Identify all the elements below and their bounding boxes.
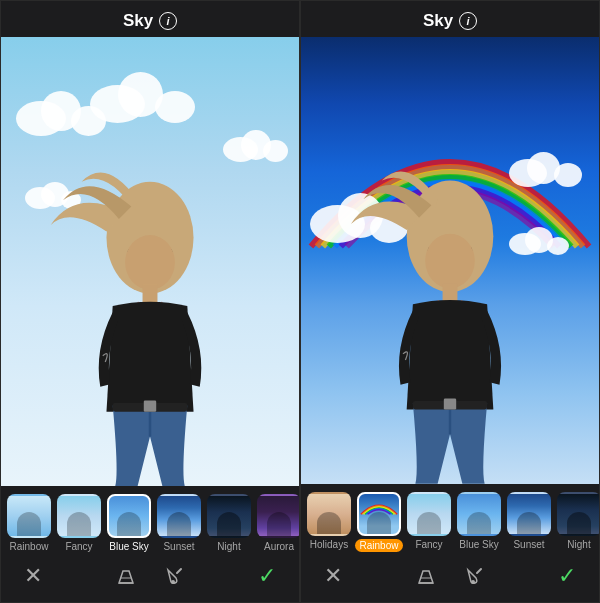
svg-line-12	[177, 569, 181, 573]
left-thumb-fancy[interactable]	[57, 494, 101, 538]
right-title: Sky	[423, 11, 453, 31]
right-filter-scroll: Holidays	[301, 492, 599, 552]
right-panel: Sky i	[300, 0, 600, 603]
right-label-sunset: Sunset	[513, 539, 544, 550]
right-label-holidays: Holidays	[310, 539, 348, 550]
right-tool-group	[410, 560, 490, 592]
left-label-aurora: Aurora	[264, 541, 294, 552]
left-thumb-bluesky[interactable]	[107, 494, 151, 538]
right-filter-holidays[interactable]: Holidays	[307, 492, 351, 552]
svg-rect-8	[144, 400, 156, 411]
cloud-group-l2	[223, 127, 293, 162]
right-filter-fancy[interactable]: Fancy	[407, 492, 451, 552]
left-label-sunset: Sunset	[163, 541, 194, 552]
right-filter-rainbow[interactable]: Rainbow	[357, 492, 401, 552]
right-filter-sunset[interactable]: Sunset	[507, 492, 551, 552]
left-filter-fancy[interactable]: Fancy	[57, 494, 101, 552]
svg-point-4	[125, 235, 175, 290]
left-cancel-button[interactable]: ✕	[17, 560, 49, 592]
right-thumb-sunset[interactable]	[507, 492, 551, 536]
right-header: Sky i	[301, 1, 599, 37]
left-action-bar: ✕	[1, 552, 299, 598]
left-filter-rainbow[interactable]: Rainbow	[7, 494, 51, 552]
left-thumb-rainbow[interactable]	[7, 494, 51, 538]
svg-rect-22	[444, 399, 456, 410]
left-filter-bluesky[interactable]: Blue Sky	[107, 494, 151, 552]
right-brush-button[interactable]	[458, 560, 490, 592]
right-bottom-bar: Holidays	[301, 484, 599, 602]
svg-line-26	[477, 569, 481, 573]
left-info-icon[interactable]: i	[159, 12, 177, 30]
svg-point-25	[471, 580, 475, 584]
left-header: Sky i	[1, 1, 299, 37]
right-label-rainbow: Rainbow	[355, 539, 404, 552]
right-confirm-button[interactable]: ✓	[551, 560, 583, 592]
right-thumb-fancy[interactable]	[407, 492, 451, 536]
right-eraser-button[interactable]	[410, 560, 442, 592]
right-cancel-button[interactable]: ✕	[317, 560, 349, 592]
left-panel: Sky i	[0, 0, 300, 603]
left-bottom-bar: Rainbow Fancy Bl	[1, 486, 299, 602]
left-label-bluesky: Blue Sky	[109, 541, 148, 552]
left-photo-area	[1, 37, 299, 486]
right-filter-bluesky[interactable]: Blue Sky	[457, 492, 501, 552]
app-container: Sky i	[0, 0, 600, 603]
left-thumb-aurora[interactable]	[257, 494, 299, 538]
left-thumb-sunset[interactable]	[157, 494, 201, 538]
svg-point-11	[171, 580, 175, 584]
left-person	[1, 163, 299, 486]
right-info-icon[interactable]: i	[459, 12, 477, 30]
right-label-bluesky: Blue Sky	[459, 539, 498, 550]
right-action-bar: ✕	[301, 552, 599, 598]
right-filter-night[interactable]: Night	[557, 492, 599, 552]
left-eraser-button[interactable]	[110, 560, 142, 592]
svg-point-18	[425, 234, 475, 288]
left-filter-sunset[interactable]: Sunset	[157, 494, 201, 552]
left-filter-night[interactable]: Night	[207, 494, 251, 552]
left-thumb-night[interactable]	[207, 494, 251, 538]
right-person	[301, 162, 599, 484]
left-label-fancy: Fancy	[65, 541, 92, 552]
left-title: Sky	[123, 11, 153, 31]
left-filter-aurora[interactable]: Aurora	[257, 494, 299, 552]
left-label-night: Night	[217, 541, 240, 552]
cloud-group-l4	[90, 73, 190, 123]
left-tool-group	[110, 560, 190, 592]
left-label-rainbow: Rainbow	[10, 541, 49, 552]
left-brush-button[interactable]	[158, 560, 190, 592]
right-thumb-holidays[interactable]	[307, 492, 351, 536]
right-thumb-rainbow[interactable]	[357, 492, 401, 536]
right-thumb-night[interactable]	[557, 492, 599, 536]
left-confirm-button[interactable]: ✓	[251, 560, 283, 592]
right-label-night: Night	[567, 539, 590, 550]
right-thumb-bluesky[interactable]	[457, 492, 501, 536]
right-photo-area	[301, 37, 599, 484]
right-label-fancy: Fancy	[415, 539, 442, 550]
left-filter-scroll: Rainbow Fancy Bl	[1, 494, 299, 552]
